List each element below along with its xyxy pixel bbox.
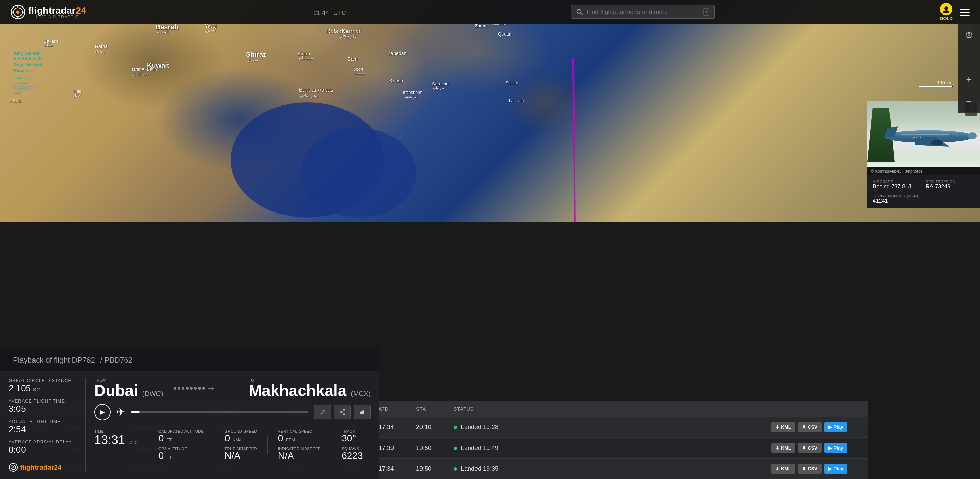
settings-button[interactable] <box>958 24 980 46</box>
aircraft-details: AIRCRAFT Boeing 737-8LJ REGISTRATION RA-… <box>867 176 980 208</box>
data-divider3 <box>267 437 268 454</box>
to-city-name: Makhachkala <box>249 382 346 400</box>
route-dots <box>173 387 205 390</box>
hamburger-line2 <box>959 12 970 13</box>
row1-csv-button[interactable]: ⬇ CSV <box>798 422 821 432</box>
row2-kml-button[interactable]: ⬇ KML <box>771 443 795 453</box>
playback-row: ▶ ✈ ⤢ <box>94 404 371 420</box>
fullscreen-button[interactable] <box>958 46 980 68</box>
aircraft-silhouette: pobeda <box>881 123 977 150</box>
data-vertical-speed: VERTICAL SPEED 0 FPM INDICATED AIRSPEED … <box>278 429 321 461</box>
svg-line-21 <box>341 412 343 414</box>
col-sta: STA <box>413 406 451 412</box>
row1-csv-label: CSV <box>808 424 818 430</box>
row3-play-button[interactable]: ▶ Play <box>824 464 848 474</box>
stat-distance: GREAT CIRCLE DISTANCE 2 105 KM <box>8 378 77 393</box>
progress-bar[interactable] <box>131 411 309 413</box>
time-val-text: 13:31 <box>94 433 125 447</box>
svg-line-20 <box>341 411 343 412</box>
panel-header: Playback of flight DP762 / PBD762 <box>0 348 379 371</box>
row2-csv-button[interactable]: ⬇ CSV <box>798 443 821 453</box>
vertical-speed-unit: FPM <box>286 437 295 443</box>
avg-time-value: 3:05 <box>8 404 26 414</box>
logo-number: 24 <box>75 5 86 16</box>
playback-tools: ⤢ <box>314 405 371 419</box>
delay-label: AVERAGE ARRIVAL DELAY <box>8 439 77 444</box>
registration-label: REGISTRATION <box>926 179 975 184</box>
fr24-logo-icon <box>10 5 25 20</box>
row3-csv-button[interactable]: ⬇ CSV <box>798 464 821 474</box>
hamburger-menu[interactable] <box>959 8 970 16</box>
row2-play-button[interactable]: ▶ Play <box>824 443 848 453</box>
svg-point-30 <box>931 140 943 146</box>
delay-value: 0:00 <box>8 444 26 455</box>
download-icon1: ⬇ <box>775 424 780 430</box>
svg-point-31 <box>968 132 977 139</box>
time-unit: UTC <box>129 440 138 445</box>
panel-body: GREAT CIRCLE DISTANCE 2 105 KM AVERAGE F… <box>0 371 379 479</box>
row1-kml-button[interactable]: ⬇ KML <box>771 422 795 432</box>
fr24-logo-small <box>8 463 18 472</box>
row2-atd: 17:30 <box>376 444 413 452</box>
avg-time-label: AVERAGE FLIGHT TIME <box>8 398 77 404</box>
search-bar[interactable]: / <box>571 5 714 19</box>
row3-kml-label: KML <box>781 466 791 471</box>
flight-data-row: TIME 13:31 UTC CALIBRATED ALTITUDE 0 FT … <box>94 426 371 461</box>
zoom-out-button[interactable]: − <box>958 90 980 113</box>
vertical-speed-value: 0 FPM <box>278 433 321 444</box>
fr24-logo-bottom: flightradar24 <box>8 463 77 472</box>
svg-text:pobeda: pobeda <box>912 136 921 139</box>
data-track: TRACK 30° SQUAWK 6223 <box>342 429 363 461</box>
panel-center: FROM Dubai (DWC) <box>94 378 371 472</box>
row1-atd: 17:34 <box>376 424 413 431</box>
play-button[interactable]: ▶ <box>94 404 111 420</box>
search-input[interactable] <box>587 8 700 16</box>
row1-status-dot <box>453 426 457 429</box>
share-tool[interactable] <box>334 405 351 419</box>
chart-tool[interactable] <box>353 405 371 419</box>
svg-rect-23 <box>361 411 363 414</box>
zoom-in-button[interactable]: + <box>958 68 980 90</box>
stat-delay: AVERAGE ARRIVAL DELAY 0:00 <box>8 439 77 455</box>
aircraft-panel: pobeda © KomradAlexey | Jetphotos × AIRC… <box>867 101 980 208</box>
download-icon2: ⬇ <box>802 424 806 430</box>
stat-avg-time: AVERAGE FLIGHT TIME 3:05 <box>8 398 77 414</box>
to-code-bracket: (MCX) <box>351 390 371 397</box>
true-airspeed-value: N/A <box>224 450 257 461</box>
dot3 <box>182 387 185 390</box>
cal-alt-val-text: 0 <box>159 433 164 444</box>
row1-status-text: Landed 19:28 <box>461 424 498 430</box>
fr24-logo-text-bottom: flightradar24 <box>20 464 62 471</box>
panel-title: Playback of flight DP762 <box>13 356 95 364</box>
serial-value: 41241 <box>873 198 975 204</box>
gps-alt-val-text: 0 <box>159 450 164 461</box>
row1-play-button[interactable]: ▶ Play <box>824 422 848 432</box>
svg-point-13 <box>968 34 970 36</box>
indicated-airspeed-label: INDICATED AIRSPEED <box>278 447 321 450</box>
panel-callsign: / PBD762 <box>100 356 132 364</box>
track-value: 30° <box>342 433 363 444</box>
logo-text-stack: flightradar24 LIVE AIR TRAFFIC <box>29 5 86 19</box>
row3-sta: 19:50 <box>413 465 451 473</box>
gear-icon <box>965 31 973 39</box>
city-reserve: King Salmanbin AbdulazizRoyal NaturalRes… <box>14 51 62 74</box>
row3-status-text: Landed 19:35 <box>461 465 498 472</box>
header-time: 21:44 UTC <box>312 7 346 17</box>
col-actions <box>768 406 858 412</box>
user-icon-svg <box>942 5 950 13</box>
from-city-name: Dubai <box>94 382 138 400</box>
gold-badge[interactable]: GOLD <box>940 3 953 21</box>
hamburger-line3 <box>959 15 970 16</box>
ground-speed-unit: KM/H <box>232 437 244 443</box>
true-airspeed-label: TRUE AIRSPEED <box>224 447 257 450</box>
expand-tool[interactable]: ⤢ <box>314 405 331 419</box>
ground-speed-value: 0 KM/H <box>224 433 257 444</box>
row3-actions: ⬇ KML ⬇ CSV ▶ Play <box>768 464 858 474</box>
header-right: GOLD <box>940 3 970 21</box>
row3-kml-button[interactable]: ⬇ KML <box>771 464 795 474</box>
svg-point-16 <box>12 466 14 468</box>
row3-status: Landed 19:35 <box>451 465 768 473</box>
map-background: Basrah البصرة Kuwait Shiraz شيراز Rafsan… <box>0 0 980 222</box>
download-icon5: ⬇ <box>775 466 780 471</box>
data-divider4 <box>331 437 331 454</box>
